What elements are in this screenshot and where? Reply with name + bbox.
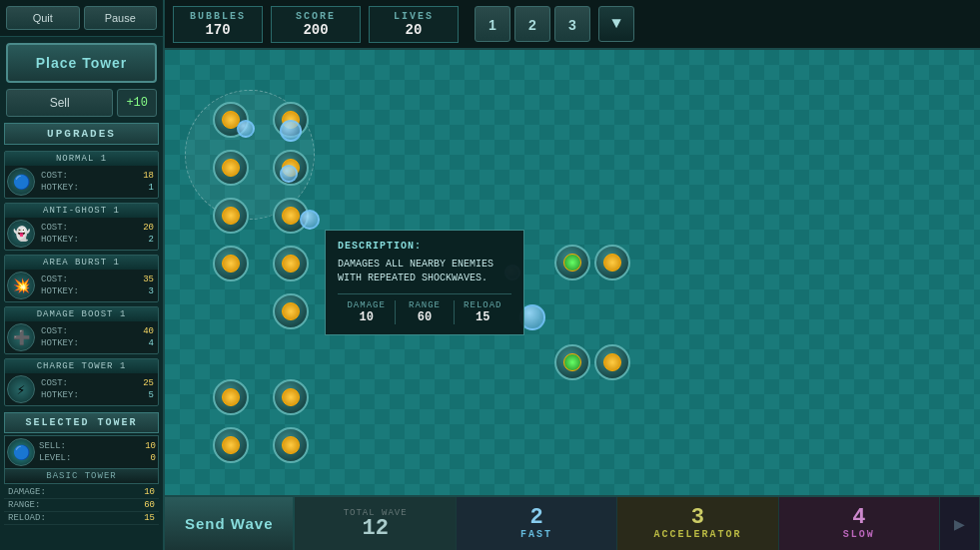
score-label: SCORE (288, 11, 344, 22)
wave-option-accelerator[interactable]: 3 ACCELERATOR (617, 497, 778, 550)
basic-tower-label: BASIC TOWER (4, 469, 159, 484)
upgrade-icon-5: ⚡ (7, 375, 35, 403)
tooltip-range: RANGE 60 (396, 300, 454, 324)
wave-option-fast[interactable]: 2 FAST (457, 497, 617, 550)
upgrade-icon-4: ➕ (7, 323, 35, 351)
wave-button-2[interactable]: 2 (514, 6, 550, 42)
tooltip-damage: DAMAGE 10 (338, 300, 396, 324)
upgrade-name-5: CHARGE TOWER 1 (5, 359, 158, 373)
lives-stat: LIVES 20 (369, 6, 459, 43)
place-tower-button[interactable]: Place Tower (6, 43, 157, 83)
upgrade-icon-3: 💥 (7, 272, 35, 299)
lives-value: 20 (386, 22, 442, 38)
bottom-bar: Send Wave TOTAL WAVE 12 2 FAST 3 ACCELER… (165, 495, 980, 550)
upgrades-header: UPGRADES (4, 123, 159, 145)
tower-2[interactable] (213, 150, 249, 186)
tower-green-body-1 (554, 245, 590, 280)
upgrade-details-2: 👻 COST:20 HOTKEY:2 (5, 218, 158, 250)
upgrade-stats-5: COST:25 HOTKEY:5 (35, 377, 156, 401)
sell-value: +10 (117, 89, 157, 117)
tower-body-3 (213, 198, 249, 234)
score-value: 200 (288, 22, 344, 38)
tower-far-2[interactable] (594, 344, 630, 380)
tower-body-5 (213, 379, 249, 415)
tooltip-title: DESCRIPTION: (338, 241, 511, 252)
tower-13[interactable] (273, 427, 309, 463)
tower-5[interactable] (213, 379, 249, 415)
tooltip-range-value: 60 (396, 310, 453, 324)
wave-select-buttons: 1 2 3 (475, 6, 590, 42)
sell-row: Sell +10 (6, 89, 157, 117)
tower-10[interactable] (273, 246, 309, 281)
selected-tower-stats: SELL:10 LEVEL:0 (39, 440, 156, 464)
pause-button[interactable]: Pause (84, 6, 158, 30)
upgrade-details-4: ➕ COST:40 HOTKEY:4 (5, 321, 158, 353)
tower-green-1[interactable] (554, 245, 590, 280)
sell-button[interactable]: Sell (6, 89, 113, 117)
tower-body-4 (213, 246, 249, 281)
upgrade-name-3: AREA BURST 1 (5, 256, 158, 270)
upgrade-details-1: 🔵 COST:18 HOTKEY:1 (5, 166, 158, 198)
upgrade-details-5: ⚡ COST:25 HOTKEY:5 (5, 373, 158, 405)
tooltip-stats: DAMAGE 10 RANGE 60 RELOAD 15 (338, 293, 511, 324)
upgrade-item-4[interactable]: DAMAGE BOOST 1 ➕ COST:40 HOTKEY:4 (4, 306, 159, 354)
selected-tower-header: SELECTED TOWER (4, 412, 159, 433)
upgrade-item-5[interactable]: CHARGE TOWER 1 ⚡ COST:25 HOTKEY:5 (4, 358, 159, 406)
bubbles-label: BUBBLES (190, 11, 246, 22)
tooltip: DESCRIPTION: DAMAGES ALL NEARBY ENEMIES … (325, 230, 524, 335)
tower-3[interactable] (213, 198, 249, 234)
upgrade-name-1: NORMAL 1 (5, 152, 158, 166)
upgrade-name-4: DAMAGE BOOST 1 (5, 307, 158, 321)
upgrade-name-2: ANTI-GHOST 1 (5, 204, 158, 218)
top-bar: BUBBLES 170 SCORE 200 LIVES 20 1 2 3 ▼ (165, 0, 980, 50)
wave-option-total[interactable]: TOTAL WAVE 12 (295, 497, 456, 550)
upgrade-details-3: 💥 COST:35 HOTKEY:3 (5, 270, 158, 301)
tower-damage-stats: DAMAGE:10 RANGE:60 RELOAD:15 (4, 486, 159, 525)
send-wave-button[interactable]: Send Wave (165, 497, 295, 550)
upgrade-item-1[interactable]: NORMAL 1 🔵 COST:18 HOTKEY:1 (4, 151, 159, 199)
tower-far-body-2 (594, 344, 630, 380)
wave-accel-num: 3 (691, 507, 704, 529)
tower-green-body-2 (554, 344, 590, 380)
wave-option-slow[interactable]: 4 SLOW (779, 497, 940, 550)
upgrade-item-3[interactable]: AREA BURST 1 💥 COST:35 HOTKEY:3 (4, 255, 159, 302)
wave-slow-num: 4 (852, 507, 865, 529)
main-area: BUBBLES 170 SCORE 200 LIVES 20 1 2 3 ▼ (165, 0, 980, 550)
wave-button-1[interactable]: 1 (475, 6, 510, 42)
tower-body-13 (273, 427, 309, 463)
lives-label: LIVES (386, 11, 442, 22)
dropdown-button[interactable]: ▼ (598, 6, 634, 42)
next-arrow-icon: ▶ (954, 513, 965, 535)
tower-green-2[interactable] (554, 344, 590, 380)
selected-tower-info: 🔵 SELL:10 LEVEL:0 (4, 435, 159, 469)
wave-option-next[interactable]: ▶ (940, 497, 980, 550)
upgrade-icon-2: 👻 (7, 220, 35, 248)
tower-far-1[interactable] (594, 245, 630, 280)
upgrade-item-2[interactable]: ANTI-GHOST 1 👻 COST:20 HOTKEY:2 (4, 203, 159, 251)
wave-fast-num: 2 (529, 507, 542, 529)
tower-body-6 (213, 427, 249, 463)
tooltip-reload-value: 15 (455, 310, 511, 324)
game-canvas: DESCRIPTION: DAMAGES ALL NEARBY ENEMIES … (165, 50, 980, 495)
tower-6[interactable] (213, 427, 249, 463)
tower-4[interactable] (213, 246, 249, 281)
selected-tower-icon: 🔵 (7, 438, 35, 466)
tower-body-12 (273, 379, 309, 415)
tower-body-2 (213, 150, 249, 186)
tower-11[interactable] (273, 293, 309, 329)
bubble-1 (237, 120, 255, 138)
tooltip-reload-label: RELOAD (455, 300, 511, 310)
wave-button-3[interactable]: 3 (554, 6, 590, 42)
wave-total-num: 12 (362, 518, 388, 540)
score-stat: SCORE 200 (271, 6, 361, 43)
tower-far-body-1 (594, 245, 630, 280)
tooltip-damage-value: 10 (338, 310, 395, 324)
wave-slow-type: SLOW (843, 529, 875, 540)
bubble-3 (280, 165, 298, 183)
tower-body-11 (273, 293, 309, 329)
bubbles-value: 170 (190, 22, 246, 38)
tooltip-reload: RELOAD 15 (455, 300, 511, 324)
tower-12[interactable] (273, 379, 309, 415)
quit-button[interactable]: Quit (6, 6, 80, 30)
upgrade-stats-1: COST:18 HOTKEY:1 (35, 170, 156, 194)
